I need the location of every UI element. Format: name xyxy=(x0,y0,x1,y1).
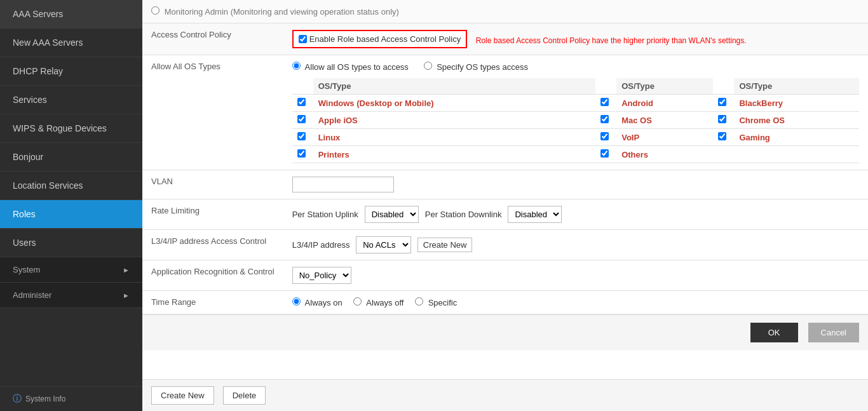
delete-button[interactable]: Delete xyxy=(223,386,266,405)
os-checkbox[interactable] xyxy=(718,132,726,140)
l3-label: L3/4/IP address Access Control xyxy=(151,236,266,246)
create-new-bottom-button[interactable]: Create New xyxy=(151,386,214,405)
os-label: VoIP xyxy=(616,129,713,146)
enable-policy-note: Role based Access Control Policy have th… xyxy=(476,36,747,45)
chevron-right-icon: ► xyxy=(123,266,130,274)
specify-radio-label[interactable]: Specify OS types access xyxy=(424,62,528,72)
always-on-text: Always on xyxy=(305,298,342,307)
vlan-label: VLAN xyxy=(151,177,173,186)
info-icon: ⓘ xyxy=(13,393,22,405)
os-checkbox[interactable] xyxy=(718,115,726,123)
sidebar-item-aaa-servers[interactable]: AAA Servers xyxy=(0,0,142,29)
os-table: OS/Type OS/Type OS/Type Windows (Desktop… xyxy=(292,78,859,163)
os-label: Windows (Desktop or Mobile) xyxy=(313,95,596,112)
sidebar-section-administer-label: Administer xyxy=(13,290,51,300)
os-label: Printers xyxy=(313,146,596,163)
per-station-downlink-label: Per Station Downlink xyxy=(425,210,502,219)
os-label: Mac OS xyxy=(616,112,713,129)
l3-select[interactable]: No ACLs xyxy=(356,236,411,253)
os-label: BlackBerry xyxy=(734,95,859,112)
os-checkbox[interactable] xyxy=(718,98,726,106)
sidebar-item-dhcp-relay[interactable]: DHCP Relay xyxy=(0,57,142,86)
os-label: Chrome OS xyxy=(734,112,859,129)
app-recognition-row: Application Recognition & Control No_Pol… xyxy=(142,260,868,291)
form-table: Access Control Policy Enable Role based … xyxy=(142,24,868,314)
sidebar-section-system-label: System xyxy=(13,265,40,274)
sidebar-item-wips-rogue[interactable]: WIPS & Rogue Devices xyxy=(0,114,142,143)
sidebar-item-location-services[interactable]: Location Services xyxy=(0,172,142,200)
os-checkbox[interactable] xyxy=(297,98,306,106)
specific-text: Specific xyxy=(428,298,458,307)
os-checkbox[interactable] xyxy=(600,115,609,123)
system-info[interactable]: ⓘ System Info xyxy=(0,386,142,411)
sidebar: AAA Servers New AAA Servers DHCP Relay S… xyxy=(0,0,142,411)
always-off-text: Always off xyxy=(366,298,403,307)
sidebar-item-users[interactable]: Users xyxy=(0,229,142,257)
allow-all-radio-label[interactable]: Allow all OS types to access xyxy=(292,62,411,72)
os-checkbox[interactable] xyxy=(297,132,306,140)
allow-os-row: Allow All OS Types Allow all OS types to… xyxy=(142,55,868,170)
os-col-header-3: OS/Type xyxy=(734,78,859,95)
main-content: Monitoring Admin (Monitoring and viewing… xyxy=(142,0,868,411)
cancel-button[interactable]: Cancel xyxy=(808,323,859,342)
per-station-uplink-label: Per Station Uplink xyxy=(292,210,358,219)
chevron-right-icon: ► xyxy=(123,292,130,299)
rate-limiting-label: Rate Limiting xyxy=(151,206,200,215)
specific-radio[interactable] xyxy=(415,297,423,306)
uplink-select[interactable]: Disabled1 Mbps2 Mbps5 Mbps10 Mbps xyxy=(365,206,419,223)
allow-all-os-label: Allow All OS Types xyxy=(151,62,220,71)
access-control-row: Access Control Policy Enable Role based … xyxy=(142,24,868,55)
always-on-label[interactable]: Always on xyxy=(292,298,345,307)
os-label: Apple iOS xyxy=(313,112,596,129)
always-off-label[interactable]: Always off xyxy=(353,298,406,307)
system-info-label: System Info xyxy=(25,394,65,403)
enable-policy-checkbox[interactable] xyxy=(299,35,307,43)
os-label: Others xyxy=(616,146,713,163)
create-new-l3-button[interactable]: Create New xyxy=(417,238,473,252)
vlan-row: VLAN xyxy=(142,170,868,199)
ok-button[interactable]: OK xyxy=(750,323,798,342)
app-policy-select[interactable]: No_Policy xyxy=(292,267,351,284)
bottom-bar: Create New Delete xyxy=(142,379,868,411)
enable-policy-box: Enable Role based Access Control Policy xyxy=(292,30,467,48)
os-label: Android xyxy=(616,95,713,112)
os-checkbox[interactable] xyxy=(297,115,306,123)
monitoring-admin-label: Monitoring Admin (Monitoring and viewing… xyxy=(165,7,399,17)
l3-row: L3/4/IP address Access Control L3/4/IP a… xyxy=(142,230,868,260)
time-range-row: Time Range Always on Always off Specific xyxy=(142,291,868,314)
specify-radio[interactable] xyxy=(424,62,432,70)
os-checkbox[interactable] xyxy=(600,98,609,106)
rate-limiting-row: Rate Limiting Per Station Uplink Disable… xyxy=(142,199,868,230)
monitoring-row: Monitoring Admin (Monitoring and viewing… xyxy=(142,0,868,24)
allow-all-radio[interactable] xyxy=(292,62,301,70)
os-label: Gaming xyxy=(734,129,859,146)
sidebar-section-administer[interactable]: Administer ► xyxy=(0,283,142,308)
monitoring-admin-radio[interactable] xyxy=(151,6,159,15)
os-checkbox[interactable] xyxy=(600,132,609,140)
sidebar-item-bonjour[interactable]: Bonjour xyxy=(0,143,142,172)
enable-policy-checkbox-label: Enable Role based Access Control Policy xyxy=(309,34,461,44)
sidebar-item-services[interactable]: Services xyxy=(0,86,142,114)
content-area: Monitoring Admin (Monitoring and viewing… xyxy=(142,0,868,379)
always-off-radio[interactable] xyxy=(353,297,362,306)
vlan-input[interactable] xyxy=(292,177,394,192)
sidebar-section-system[interactable]: System ► xyxy=(0,257,142,283)
os-col-header-2: OS/Type xyxy=(616,78,713,95)
app-recognition-label: Application Recognition & Control xyxy=(151,267,275,276)
os-label: Linux xyxy=(313,129,596,146)
specific-label[interactable]: Specific xyxy=(415,298,457,307)
downlink-select[interactable]: Disabled1 Mbps2 Mbps5 Mbps10 Mbps xyxy=(508,206,562,223)
sidebar-item-new-aaa-servers[interactable]: New AAA Servers xyxy=(0,29,142,57)
sidebar-item-roles[interactable]: Roles xyxy=(0,200,142,229)
os-checkbox[interactable] xyxy=(297,149,306,158)
always-on-radio[interactable] xyxy=(292,297,301,306)
ok-cancel-row: OK Cancel xyxy=(142,314,868,350)
time-range-label: Time Range xyxy=(151,297,196,307)
access-control-policy-label: Access Control Policy xyxy=(151,30,231,39)
l3-sub-label: L3/4/IP address xyxy=(292,240,350,250)
os-checkbox[interactable] xyxy=(600,149,609,158)
os-col-header-1: OS/Type xyxy=(313,78,596,95)
